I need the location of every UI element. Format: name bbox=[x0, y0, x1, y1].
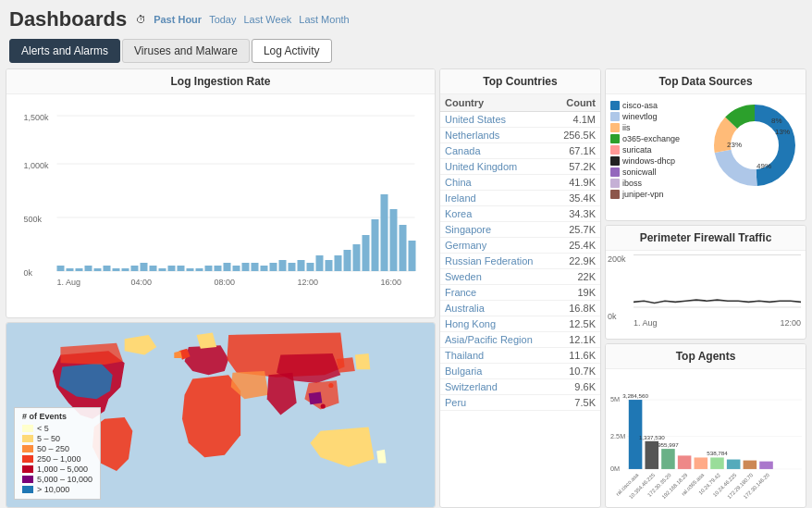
svg-text:8%: 8% bbox=[771, 117, 782, 125]
svg-rect-35 bbox=[307, 263, 314, 271]
svg-rect-38 bbox=[335, 255, 342, 271]
svg-rect-16 bbox=[131, 266, 139, 271]
country-link[interactable]: Hong Kong bbox=[445, 318, 496, 329]
table-row: Germany25.4K bbox=[440, 238, 600, 254]
country-link[interactable]: Netherlands bbox=[445, 130, 499, 141]
country-count: 10.7K bbox=[552, 364, 600, 379]
svg-rect-23 bbox=[196, 268, 203, 271]
table-row: Asia/Pacific Region12.1K bbox=[440, 332, 600, 348]
main-content: Log Ingestion Rate 1,500k 1,000k 500k 0k bbox=[0, 67, 812, 508]
country-count: 11.6K bbox=[552, 348, 600, 364]
countries-scroll[interactable]: Country Count United States4.1MNetherlan… bbox=[440, 94, 600, 502]
svg-rect-21 bbox=[178, 266, 185, 271]
svg-rect-26 bbox=[224, 263, 231, 271]
country-count: 256.5K bbox=[552, 128, 600, 143]
country-count: 12.5K bbox=[552, 316, 600, 332]
ds-legend-item: o365-exchange bbox=[610, 134, 704, 143]
country-link[interactable]: Peru bbox=[445, 397, 466, 408]
svg-rect-19 bbox=[159, 268, 166, 271]
country-link[interactable]: Sweden bbox=[445, 271, 482, 282]
ds-color-swatch bbox=[610, 134, 620, 143]
ds-color-swatch bbox=[610, 112, 620, 121]
time-last-week[interactable]: Last Week bbox=[243, 14, 291, 25]
svg-text:16:00: 16:00 bbox=[381, 278, 402, 287]
svg-text:13%: 13% bbox=[775, 128, 790, 136]
country-count: 12.1K bbox=[552, 332, 600, 348]
svg-rect-18 bbox=[150, 266, 157, 271]
svg-rect-80 bbox=[727, 459, 741, 468]
time-today[interactable]: Today bbox=[209, 14, 236, 25]
map-panel: # of Events < 5 5 – 50 50 – 250 250 – 1,… bbox=[6, 322, 436, 508]
country-link[interactable]: Singapore bbox=[445, 224, 491, 235]
ds-color-swatch bbox=[610, 123, 620, 132]
country-link[interactable]: Russian Federation bbox=[445, 255, 533, 266]
table-row: Russian Federation22.9K bbox=[440, 254, 600, 269]
svg-rect-36 bbox=[316, 255, 324, 271]
svg-rect-17 bbox=[141, 263, 148, 271]
country-link[interactable]: Thailand bbox=[445, 350, 484, 361]
ds-label: suricata bbox=[622, 145, 652, 155]
ds-legend-item: windows-dhcp bbox=[610, 156, 704, 166]
country-link[interactable]: France bbox=[445, 287, 476, 298]
svg-rect-20 bbox=[168, 266, 176, 271]
country-link[interactable]: Asia/Pacific Region bbox=[445, 334, 533, 345]
svg-rect-27 bbox=[233, 266, 240, 271]
table-row: Bulgaria10.7K bbox=[440, 364, 600, 379]
col-count: Count bbox=[552, 94, 600, 112]
country-link[interactable]: China bbox=[445, 177, 472, 188]
legend-label-1: < 5 bbox=[37, 424, 49, 433]
legend-color-1 bbox=[22, 425, 33, 432]
country-link[interactable]: United States bbox=[445, 114, 506, 125]
time-last-month[interactable]: Last Month bbox=[299, 14, 349, 25]
ds-color-swatch bbox=[610, 190, 620, 199]
country-count: 22.9K bbox=[552, 254, 600, 269]
country-link[interactable]: Canada bbox=[445, 145, 481, 156]
country-count: 34.3K bbox=[552, 206, 600, 222]
tab-alerts-alarms[interactable]: Alerts and Alarms bbox=[9, 39, 120, 63]
table-row: Peru7.5K bbox=[440, 395, 600, 411]
tab-viruses-malware[interactable]: Viruses and Malware bbox=[122, 39, 250, 63]
legend-color-5 bbox=[22, 465, 33, 473]
svg-rect-34 bbox=[298, 260, 305, 271]
country-link[interactable]: Korea bbox=[445, 208, 472, 219]
table-row: Singapore25.7K bbox=[440, 222, 600, 238]
ds-color-swatch bbox=[610, 167, 620, 177]
svg-text:04:00: 04:00 bbox=[131, 278, 153, 287]
svg-rect-77 bbox=[695, 457, 708, 468]
svg-text:23%: 23% bbox=[727, 141, 742, 149]
legend-color-6 bbox=[22, 476, 33, 483]
table-row: Korea34.3K bbox=[440, 206, 600, 222]
svg-text:1,000k: 1,000k bbox=[24, 161, 50, 170]
legend-label-2: 5 – 50 bbox=[37, 434, 60, 443]
svg-rect-22 bbox=[187, 268, 194, 271]
svg-point-53 bbox=[328, 383, 333, 388]
table-row: China41.9K bbox=[440, 175, 600, 191]
svg-rect-44 bbox=[390, 209, 398, 271]
country-link[interactable]: Germany bbox=[445, 240, 486, 251]
country-link[interactable]: United Kingdom bbox=[445, 161, 517, 172]
svg-rect-31 bbox=[270, 263, 277, 271]
country-link[interactable]: Bulgaria bbox=[445, 366, 482, 377]
table-row: France19K bbox=[440, 285, 600, 301]
svg-rect-43 bbox=[381, 194, 388, 271]
donut-chart: 13% 8% 23% 49% bbox=[708, 99, 801, 192]
svg-text:12:00: 12:00 bbox=[298, 278, 319, 287]
legend-label-5: 1,000 – 5,000 bbox=[37, 465, 88, 474]
svg-rect-29 bbox=[252, 263, 259, 271]
legend-item-7: > 10,000 bbox=[22, 485, 92, 494]
table-row: Netherlands256.5K bbox=[440, 128, 600, 143]
country-count: 19K bbox=[552, 285, 600, 301]
p-x-aug: 1. Aug bbox=[634, 318, 658, 328]
ds-label: iis bbox=[622, 123, 631, 132]
log-ingestion-chart: 1,500k 1,000k 500k 0k bbox=[6, 94, 435, 313]
legend-label-6: 5,000 – 10,000 bbox=[37, 475, 92, 484]
countries-table: Country Count United States4.1MNetherlan… bbox=[440, 94, 600, 411]
col-country: Country bbox=[440, 94, 552, 112]
time-past-hour[interactable]: Past Hour bbox=[154, 14, 202, 25]
country-link[interactable]: Australia bbox=[445, 303, 485, 314]
ds-label: sonicwall bbox=[622, 167, 657, 177]
country-link[interactable]: Ireland bbox=[445, 192, 476, 204]
country-link[interactable]: Switzerland bbox=[445, 381, 498, 392]
ds-label: windows-dhcp bbox=[622, 156, 675, 166]
tab-log-activity[interactable]: Log Activity bbox=[252, 39, 332, 63]
